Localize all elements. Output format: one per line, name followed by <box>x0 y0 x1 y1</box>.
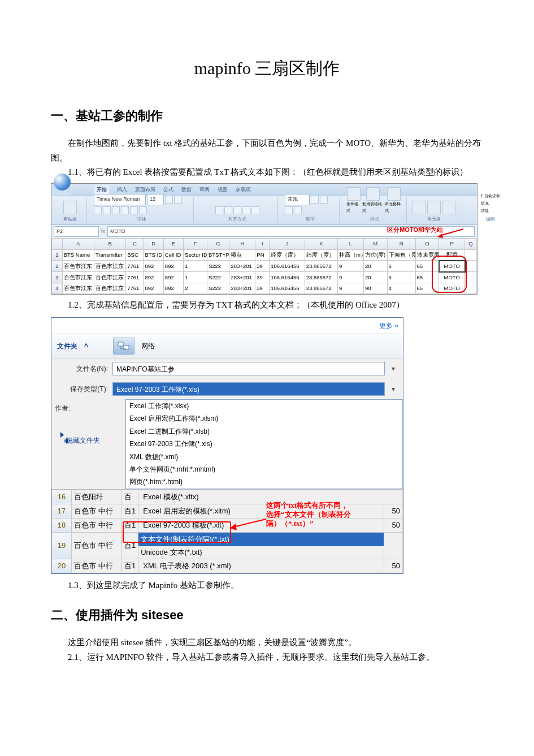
wrap-text-icon[interactable] <box>242 206 250 214</box>
savetype-dropdown[interactable]: Excel 工作簿(*.xlsx) Excel 启用宏的工作簿(*.xlsm) … <box>125 399 403 489</box>
list-item[interactable]: 单个文件网页(*.mht;*.mhtml) <box>126 463 402 476</box>
inc-dec-icon[interactable] <box>285 206 293 214</box>
savetype-label: 保存类型(T): <box>57 383 108 395</box>
align-right-icon[interactable] <box>233 206 241 214</box>
group-editing: 编辑 <box>486 215 495 223</box>
filename-input[interactable]: MAPINFO基站工参 <box>112 362 385 375</box>
excel-grid[interactable]: AB CDE FGH IJK LMN OPQ 1BTS NameTransmit… <box>51 238 477 294</box>
underline-icon[interactable] <box>112 206 120 214</box>
folders-label[interactable]: 文件夹 <box>57 340 77 352</box>
table-format-icon[interactable] <box>366 187 380 201</box>
paste-icon[interactable] <box>63 201 77 214</box>
table-row: 2百色市江东百色市江东 7761892892 1S222283+201 3910… <box>52 261 477 272</box>
table-row: 4百色市江东百色市江东 7761892892 2S222283+201 3910… <box>52 283 477 294</box>
merge-icon[interactable] <box>251 206 259 214</box>
col-header-row: AB CDE FGH IJK LMN OPQ <box>52 239 477 249</box>
group-styles: 样式 <box>370 215 379 223</box>
sheet-peek: 16 百色阳圩 百 Excel 模板(*.xltx) 17 百色市 中行 百1 … <box>51 489 403 574</box>
red-annotation-1: 区分MOTO和华为站 <box>387 224 443 235</box>
group-font: 字体 <box>137 215 146 223</box>
clear-label[interactable]: 清除 <box>481 208 489 214</box>
increase-font-icon[interactable] <box>165 196 173 204</box>
bold-icon[interactable] <box>94 206 102 214</box>
border-icon[interactable] <box>121 206 129 214</box>
list-item[interactable]: XML 数据(*.xml) <box>126 451 402 463</box>
paragraph-6: 2.1、运行 MAPINFO 软件，导入基站工参或者导入插件，无顺序要求。这里我… <box>51 650 483 665</box>
list-item[interactable]: Excel 启用宏的工作簿(*.xlsm) <box>126 412 402 425</box>
tab-formulas[interactable]: 公式 <box>163 185 173 194</box>
red-box-icon <box>123 521 231 543</box>
group-clipboard: 剪贴板 <box>63 215 77 223</box>
decrease-font-icon[interactable] <box>174 196 182 204</box>
tab-view[interactable]: 视图 <box>218 185 228 194</box>
list-item[interactable]: Excel 二进制工作簿(*.xlsb) <box>126 425 402 438</box>
filename-label: 文件名(N): <box>57 363 108 374</box>
align-left-icon[interactable] <box>215 206 223 214</box>
paragraph-1: 在制作地图前，先要制作 txt 格式的基站工参，下面以百色为例，完成一个 MOT… <box>51 136 483 165</box>
fill-color-icon[interactable] <box>130 206 138 214</box>
font-name[interactable]: Times New Roman <box>94 194 146 205</box>
list-item[interactable]: XML 电子表格 2003 (*.xml) <box>141 560 381 572</box>
dropdown-icon[interactable]: ▾ <box>389 363 397 374</box>
list-item[interactable]: Excel 工作簿(*.xlsx) <box>126 400 402 412</box>
chevron-up-icon[interactable]: ^ <box>84 340 88 352</box>
excel-screenshot: 开始 插入 页面布局 公式 数据 审阅 视图 加载项 剪贴板 Times New… <box>51 183 477 295</box>
dec-dec-icon[interactable] <box>294 206 302 214</box>
italic-icon[interactable] <box>103 206 111 214</box>
author-label: 作者: <box>55 404 70 412</box>
table-format-label: 套用表格格式 <box>362 201 384 214</box>
document-title: mapinfo 三扇区制作 <box>51 54 483 83</box>
group-cells: 单元格 <box>427 215 441 223</box>
fill-label[interactable]: 填充 <box>481 200 489 207</box>
network-label[interactable]: 网络 <box>141 340 155 352</box>
header-data-row: 1BTS NameTransmitter BSCBTS IDCell ID Se… <box>52 249 477 261</box>
ribbon-body: 剪贴板 Times New Roman 12 字体 <box>51 196 477 225</box>
comma-icon[interactable] <box>320 196 328 204</box>
paragraph-2: 1.1、将已有的 Excel 表格按需要配置成 TxT 格式文本如下图：（红色框… <box>51 165 483 180</box>
section-1-heading: 一、基站工参的制作 <box>51 105 483 126</box>
cond-format-label: 条件格式 <box>346 201 361 214</box>
savetype-select[interactable]: Excel 97-2003 工作簿(*.xls) <box>112 382 385 396</box>
cell-style-label: 单元格样式 <box>385 201 403 214</box>
font-color-icon[interactable] <box>139 206 147 214</box>
section-2-heading: 二、使用插件为 sitesee <box>51 604 483 625</box>
group-number: 数字 <box>306 215 315 223</box>
autosum-label[interactable]: Σ 自动求和 <box>481 193 500 200</box>
name-box[interactable]: P2 <box>54 226 99 237</box>
network-icon[interactable] <box>113 338 134 355</box>
align-center-icon[interactable] <box>224 206 232 214</box>
paragraph-5: 这里介绍使用 sitesee 插件，实现三扇区基站的功能，关键是设置“波瓣宽度”… <box>51 636 483 650</box>
tab-insert[interactable]: 插入 <box>117 185 127 194</box>
format-cells-icon[interactable] <box>442 201 455 214</box>
number-format[interactable]: 常规 <box>285 194 310 205</box>
percent-icon[interactable] <box>311 196 319 204</box>
list-item[interactable]: 网页(*.htm;*.html) <box>126 476 402 488</box>
tab-home[interactable]: 开始 <box>94 185 109 194</box>
tab-pagelayout[interactable]: 页面布局 <box>135 185 155 194</box>
tab-addins[interactable]: 加载项 <box>236 185 251 194</box>
svg-rect-2 <box>118 342 123 346</box>
list-item[interactable]: Excel 97-2003 工作簿(*.xls) <box>126 438 402 450</box>
paragraph-4: 1.3、到这里就完成了 Mapinfo 基站工参制作。 <box>51 578 483 593</box>
delete-cells-icon[interactable] <box>427 201 441 214</box>
table-row: 3百色市江东百色市江东 7761892892 1S222283+201 3910… <box>52 272 477 283</box>
font-size[interactable]: 12 <box>147 194 164 205</box>
more-link[interactable]: 更多 » <box>51 318 403 334</box>
saveas-screenshot: 更多 » 文件夹 ^ 网络 文件名(N): MAPINFO基站工参 ▾ 保存类型… <box>51 317 403 574</box>
group-align: 对齐方式 <box>228 215 246 223</box>
paragraph-3: 1.2、完成基站信息配置后，需要另存为 TXT 格式的文本文档；（本机使用的 O… <box>51 298 483 313</box>
insert-cells-icon[interactable] <box>413 201 426 214</box>
dropdown-icon[interactable]: ▾ <box>389 383 397 395</box>
tab-data[interactable]: 数据 <box>181 185 192 194</box>
cell-style-icon[interactable] <box>387 187 401 201</box>
list-item[interactable]: Unicode 文本(*.txt) <box>138 546 384 559</box>
hide-folders-toggle[interactable]: 隐藏文件夹 <box>55 430 121 448</box>
office-orb-icon <box>54 174 71 191</box>
tab-review[interactable]: 审阅 <box>199 185 210 194</box>
red-annotation-2: 这两个txt格式有所不同， 选择“文本文件（制表符分 隔）（*.txt）” <box>266 501 390 529</box>
cond-format-icon[interactable] <box>347 187 361 201</box>
